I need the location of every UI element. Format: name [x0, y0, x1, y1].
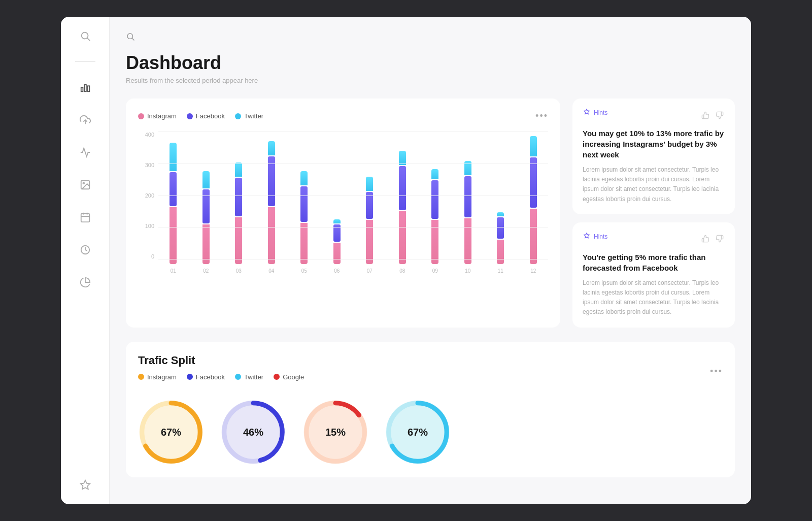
bar-x-label: 11 [498, 268, 503, 274]
bar-instagram [202, 224, 210, 264]
bar-facebook [497, 217, 504, 239]
search-bar-icon[interactable] [126, 32, 135, 41]
bar-group-01: 01 [158, 136, 188, 274]
facebook-dot [187, 113, 193, 119]
traffic-menu-button[interactable]: ••• [710, 366, 723, 377]
bar-x-label: 02 [203, 268, 209, 274]
bar-group-04: 04 [257, 136, 287, 274]
traffic-split-card: Trafic Split Instagram Facebook Twitt [126, 342, 735, 477]
bar-facebook [170, 172, 177, 206]
svg-rect-3 [84, 85, 86, 92]
legend-twitter: Twitter [235, 112, 263, 120]
bar-instagram [300, 223, 308, 264]
svg-point-14 [127, 34, 133, 39]
bar-group-12: 12 [519, 136, 549, 274]
bar-chart-icon[interactable] [76, 78, 94, 96]
hint-2-tag: Hints [583, 233, 607, 241]
bar-twitter [268, 141, 275, 155]
svg-rect-8 [81, 214, 89, 222]
donut-row: 67%46%15%67% [138, 399, 723, 465]
sidebar-bottom [76, 476, 94, 494]
donut-wrapper-google: 67% [385, 399, 451, 465]
ts-legend-google: Google [274, 373, 304, 381]
traffic-split-title: Trafic Split Instagram Facebook Twitt [138, 354, 304, 389]
bar-twitter [235, 162, 242, 177]
hint-card-2: Hints [572, 222, 735, 328]
traffic-split-header: Trafic Split Instagram Facebook Twitt [138, 354, 723, 389]
traffic-split-legend: Instagram Facebook Twitter Google [138, 373, 304, 381]
hint-1-thumbup[interactable] [700, 110, 710, 122]
donut-item-facebook: 46% [220, 399, 286, 465]
hint-2-thumbup[interactable] [700, 234, 710, 245]
bar-chart-card: Instagram Facebook Twitter ••• [126, 99, 560, 328]
image-icon[interactable] [76, 176, 94, 194]
bar-group-03: 03 [224, 136, 254, 274]
bar-facebook [202, 189, 210, 223]
y-axis: 0 100 200 300 400 [138, 132, 154, 259]
hints-icon-2 [583, 233, 591, 241]
bar-x-label: 06 [334, 268, 340, 274]
bar-facebook [366, 192, 373, 219]
bar-x-label: 04 [268, 268, 274, 274]
bar-x-label: 01 [171, 268, 176, 274]
bar-facebook [399, 166, 406, 210]
donut-item-instagram: 67% [138, 399, 204, 465]
bar-instagram [530, 209, 537, 264]
donut-wrapper-twitter: 15% [302, 399, 368, 465]
bar-chart: 0 100 200 300 400 0102030405060708091011… [138, 132, 548, 274]
search-icon[interactable] [76, 27, 94, 45]
ts-legend-instagram: Instagram [138, 373, 177, 381]
bar-twitter [300, 171, 308, 185]
star-icon[interactable] [76, 476, 94, 494]
ts-facebook-dot [187, 374, 193, 380]
top-content-row: Instagram Facebook Twitter ••• [126, 99, 735, 328]
calendar-icon[interactable] [76, 208, 94, 226]
bar-twitter [431, 169, 438, 179]
app-frame: Dashboard Results from the selected peri… [61, 17, 751, 504]
bar-group-02: 02 [191, 136, 221, 274]
svg-point-7 [83, 182, 84, 184]
bar-twitter [366, 177, 373, 191]
bar-group-10: 10 [453, 136, 483, 274]
hint-2-thumbdown[interactable] [715, 234, 725, 245]
bar-group-08: 08 [388, 136, 418, 274]
bar-twitter [399, 151, 406, 165]
donut-wrapper-instagram: 67% [138, 399, 204, 465]
hint-2-header: Hints [583, 233, 725, 247]
svg-line-15 [132, 38, 134, 40]
timer-icon[interactable] [76, 241, 94, 259]
search-bar [126, 32, 735, 41]
donut-item-google: 67% [385, 399, 451, 465]
bar-instagram [170, 207, 177, 264]
hints-icon-1 [583, 109, 591, 117]
hint-2-title: You're getting 5% more trafic than forec… [583, 252, 725, 273]
bar-group-05: 05 [289, 136, 319, 274]
donut-value-instagram: 67% [161, 426, 181, 438]
bar-x-label: 07 [367, 268, 373, 274]
hint-1-thumbdown[interactable] [715, 110, 725, 122]
chart-menu-button[interactable]: ••• [535, 111, 548, 121]
hint-card-1: Hints [572, 99, 735, 214]
bar-twitter [170, 143, 177, 171]
svg-marker-13 [80, 480, 89, 489]
bars-area: 010203040506070809101112 [158, 132, 548, 274]
bar-group-11: 11 [486, 136, 516, 274]
ts-instagram-dot [138, 374, 144, 380]
hints-column: Hints [572, 99, 735, 328]
page-title: Dashboard [126, 52, 735, 74]
hint-1-title: You may get 10% to 13% more trafic by in… [583, 128, 725, 160]
svg-rect-4 [87, 86, 89, 91]
sidebar [61, 17, 110, 504]
twitter-dot [235, 113, 241, 119]
pie-chart-icon[interactable] [76, 273, 94, 291]
bar-facebook [300, 186, 308, 222]
activity-icon[interactable] [76, 143, 94, 161]
bar-instagram [497, 240, 504, 264]
upload-icon[interactable] [76, 111, 94, 129]
ts-legend-facebook: Facebook [187, 373, 225, 381]
bar-twitter [464, 161, 471, 175]
hint-2-actions [700, 234, 725, 245]
donut-value-facebook: 46% [243, 426, 263, 438]
bar-instagram [235, 217, 242, 264]
chart-legend: Instagram Facebook Twitter [138, 112, 263, 120]
